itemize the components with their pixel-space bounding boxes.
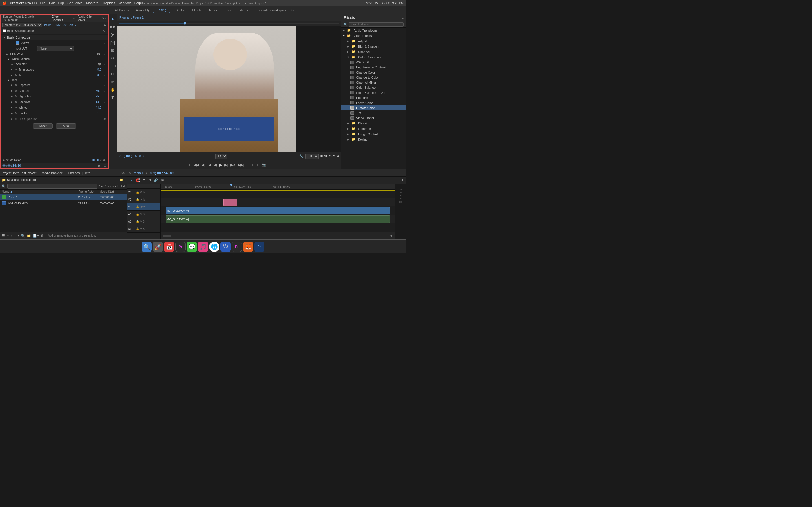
tint-reset[interactable]: ↺ xyxy=(103,74,106,76)
insert-btn[interactable]: 📷 xyxy=(262,163,266,167)
step-forward-btn[interactable]: ▶| xyxy=(224,163,228,167)
menu-file[interactable]: File xyxy=(40,1,45,5)
expand-panel-btn[interactable]: >> xyxy=(102,17,106,20)
file-row-poem1[interactable]: Poem 1 29.97 fps 00:00:00;00 xyxy=(0,194,126,200)
dock-photoshop[interactable]: Ps xyxy=(254,242,264,252)
monitor-timecode[interactable]: 00;00;34;00 xyxy=(119,154,144,158)
ripple-edit-tool[interactable]: [▶ xyxy=(109,31,116,38)
icon-view-btn[interactable]: ⊞ xyxy=(6,234,9,238)
hl-reset[interactable]: ↺ xyxy=(103,95,106,98)
tone-collapse[interactable]: ▼ xyxy=(7,79,10,82)
tab-audio-mixer[interactable]: Audio Clip Mixer xyxy=(76,14,100,22)
tl-selection-tool[interactable]: ▲ xyxy=(129,178,134,183)
menu-edit[interactable]: Edit xyxy=(49,1,55,5)
section-collapse-arrow[interactable]: ▼ xyxy=(3,36,5,39)
dock-launchpad[interactable]: 🚀 xyxy=(153,242,163,252)
sh-reset[interactable]: ↺ xyxy=(103,101,106,103)
a2-lock[interactable]: 🔒 xyxy=(136,220,139,223)
mark-in-btn[interactable]: ⊐ xyxy=(187,163,190,167)
spec-expand[interactable]: ▶ xyxy=(11,117,13,120)
tab-audio[interactable]: Audio xyxy=(205,7,220,13)
bl-expand[interactable]: ▶ xyxy=(11,112,13,115)
v1-sync[interactable]: ⇄ xyxy=(143,205,146,209)
tl-linked-btn[interactable]: 🔗 xyxy=(153,178,159,183)
a2-track-row[interactable] xyxy=(161,223,395,232)
leave-color-item[interactable]: Leave Color xyxy=(342,100,406,105)
a1-mute[interactable]: M xyxy=(140,213,142,216)
audio-clip-a1[interactable]: MVI_0013.MOV [A] xyxy=(165,216,390,223)
tl-insert-btn[interactable]: ⊓ xyxy=(147,178,152,183)
file-row-mvi[interactable]: MVI_0013.MOV 29.97 fps 00:00:00;00 xyxy=(0,200,126,207)
dock-calendar[interactable]: 📅 xyxy=(164,242,174,252)
temp-expand[interactable]: ▶ xyxy=(11,68,13,71)
tab-all-panels[interactable]: All Panels xyxy=(111,7,132,13)
tab-project[interactable]: Project: Beta Test Project xyxy=(2,171,36,175)
dock-firefox[interactable]: 🦊 xyxy=(243,242,253,252)
go-to-out-btn[interactable]: ▶> xyxy=(231,163,236,167)
active-reset[interactable]: ↺ xyxy=(103,41,106,44)
tab-color[interactable]: Color xyxy=(174,7,188,13)
channel-item[interactable]: ▶ 📁 Channel xyxy=(342,49,406,54)
timeline-scrollbar[interactable] xyxy=(163,235,171,237)
tab-libraries[interactable]: Libraries xyxy=(235,7,254,13)
video-limiter-item[interactable]: Video Limiter xyxy=(342,115,406,121)
hdr-white-reset[interactable]: ↺ xyxy=(103,53,106,55)
effects-search-input[interactable] xyxy=(349,22,404,27)
dock-word[interactable]: W xyxy=(220,242,231,252)
play-btn[interactable]: ▶ xyxy=(219,162,222,168)
pink-clip[interactable] xyxy=(223,199,238,206)
step-back-btn[interactable]: ◀| xyxy=(202,163,205,167)
effects-menu-icon[interactable]: ≡ xyxy=(402,16,404,19)
tab-titles[interactable]: Titles xyxy=(220,7,235,13)
rate-stretch-tool[interactable]: ⊡ xyxy=(109,47,116,54)
v2-lock[interactable]: 🔒 xyxy=(136,198,139,201)
exp-value[interactable]: 1.5 xyxy=(90,83,101,87)
col-media-header[interactable]: Media Start xyxy=(100,190,125,193)
generate-item[interactable]: ▶ 📁 Generate xyxy=(342,126,406,131)
rolling-edit-tool[interactable]: [▷] xyxy=(109,39,116,46)
wrench-icon[interactable]: 🔧 xyxy=(299,154,304,158)
apple-menu[interactable]: 🍎 xyxy=(2,1,6,5)
video-effects-item[interactable]: ▼ 📂 Video Effects xyxy=(342,33,406,38)
menu-graphics[interactable]: Graphics xyxy=(101,1,115,5)
hdr-reset[interactable]: ↺ xyxy=(103,29,106,33)
hdr-checkbox[interactable] xyxy=(3,29,6,33)
col-name-header[interactable]: Name ▲ xyxy=(2,190,78,193)
color-balance-hls-item[interactable]: Color Balance (HLS) xyxy=(342,90,406,95)
menu-markers[interactable]: Markers xyxy=(86,1,98,5)
go-to-in-btn[interactable]: |◀ xyxy=(207,163,211,167)
project-search-input[interactable] xyxy=(7,184,97,189)
tab-info[interactable]: Info xyxy=(85,171,90,175)
exp-expand[interactable]: ▶ xyxy=(11,83,13,87)
close-timeline-btn[interactable]: ✕ xyxy=(129,171,131,175)
add-track-btn[interactable]: + xyxy=(391,234,393,238)
new-bin-btn[interactable]: 📁+ xyxy=(119,178,125,182)
menu-clip[interactable]: Clip xyxy=(58,1,64,5)
v3-eye[interactable]: 👁 xyxy=(140,191,143,194)
tint-value[interactable]: 0.0 xyxy=(90,74,101,77)
playhead[interactable] xyxy=(231,184,232,239)
color-correction-item[interactable]: ▼ 📂 Color Correction xyxy=(342,54,406,60)
reset-button[interactable]: Reset xyxy=(33,123,53,129)
active-checkbox[interactable]: ✓ xyxy=(16,41,19,45)
keying-item[interactable]: ▶ 📁 Keying xyxy=(342,136,406,142)
basic-correction-header[interactable]: ▼ Basic Correction xyxy=(1,35,108,40)
tab-libraries[interactable]: Libraries xyxy=(68,171,80,175)
sat-expand[interactable]: ▶ xyxy=(3,159,6,161)
wh-reset[interactable]: ↺ xyxy=(103,106,106,109)
menu-window[interactable]: Window xyxy=(119,1,131,5)
tab-effects[interactable]: Effects xyxy=(189,7,205,13)
v2-eye[interactable]: 👁 xyxy=(140,198,143,201)
send-to-program-btn[interactable]: ▶| xyxy=(98,164,101,168)
extract-btn[interactable]: ⊔ xyxy=(257,163,260,167)
dock-adobe-pro[interactable]: Pr xyxy=(175,242,186,252)
v1-lock[interactable]: 🔒 xyxy=(136,205,139,209)
video-clip-v1[interactable]: MVI_0013.MOV [V] xyxy=(165,207,390,214)
hl-expand[interactable]: ▶ xyxy=(11,95,13,98)
clip-expand-btn[interactable]: ▶ xyxy=(104,23,106,27)
a1-solo[interactable]: S xyxy=(143,213,145,216)
v3-track-row[interactable] xyxy=(161,189,395,198)
wb-collapse[interactable]: ▼ xyxy=(7,58,10,61)
tl-zoom-in[interactable]: + xyxy=(401,178,404,183)
add-marker-btn[interactable]: + xyxy=(269,163,271,167)
